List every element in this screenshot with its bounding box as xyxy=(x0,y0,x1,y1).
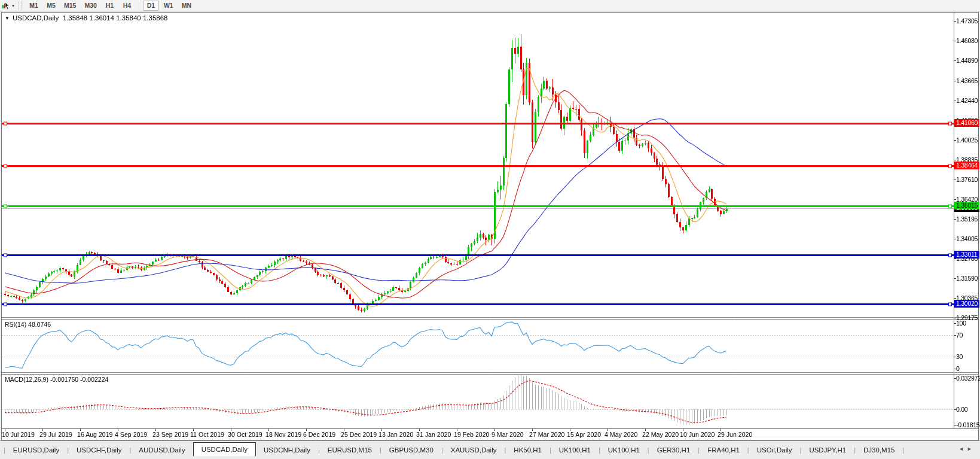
price-tick-label: 1.47305 xyxy=(956,17,980,25)
tab-hk50-h1[interactable]: HK50,H1 xyxy=(506,444,549,456)
chart-menu-arrow-icon[interactable]: ▼ xyxy=(5,16,10,21)
tab-uk100-h1[interactable]: UK100,H1 xyxy=(551,444,599,456)
chart-canvas[interactable] xyxy=(2,13,978,440)
hline-price-label: 1.33011 xyxy=(954,251,979,259)
hline-price-label: 1.38464 xyxy=(954,162,979,169)
rsi-level-label: 70 xyxy=(956,332,980,339)
date-label: 16 Aug 2019 xyxy=(77,431,113,439)
timeframe-d1-button[interactable]: D1 xyxy=(143,1,159,11)
chart-title-ohlc: 1.35848 1.36014 1.35840 1.35868 xyxy=(63,14,168,22)
date-label: 19 Feb 2020 xyxy=(454,431,490,439)
timeframe-h4-button[interactable]: H4 xyxy=(119,1,135,11)
tab-dj30-m15[interactable]: DJ30,M15 xyxy=(856,444,902,456)
price-tick-label: 1.43665 xyxy=(956,77,980,84)
chart-window: ▼USDCAD,Daily 1.35848 1.36014 1.35840 1.… xyxy=(1,12,979,440)
tool-dropdown-arrow[interactable]: ▾ xyxy=(12,3,14,8)
tab-scroll-right-icon: ► xyxy=(967,446,975,452)
chart-title-symbol: USDCAD,Daily xyxy=(13,14,59,22)
macd-indicator-label: MACD(12,26,9) -0.001750 -0.002224 xyxy=(5,376,108,383)
date-label: 4 Sep 2019 xyxy=(115,431,147,439)
date-label: 30 Oct 2019 xyxy=(228,431,262,439)
tab-uk100-h1[interactable]: UK100,H1 xyxy=(600,444,648,456)
price-tick-label: 1.35195 xyxy=(956,215,980,223)
timeframe-m15-button[interactable]: M15 xyxy=(60,1,80,11)
date-label: 9 Mar 2020 xyxy=(491,431,524,439)
tab-scroll-left-icon: ◄ xyxy=(958,446,967,452)
tab-xauusd-daily[interactable]: XAUUSD,Daily xyxy=(443,444,505,456)
timeframe-m5-button[interactable]: M5 xyxy=(43,1,59,11)
timeframe-m1-button[interactable]: M1 xyxy=(26,1,42,11)
tab-usdchf-daily[interactable]: USDCHF,Daily xyxy=(69,444,129,456)
price-tick-label: 1.42440 xyxy=(956,97,980,104)
tab-separator: | xyxy=(902,444,904,456)
hline-price-label: 1.41060 xyxy=(954,119,979,127)
timeframe-m30-button[interactable]: M30 xyxy=(81,1,100,11)
price-tick-label: 1.37610 xyxy=(956,176,980,183)
rsi-level-label: 30 xyxy=(956,353,980,360)
macd-axis-label: 0.00 xyxy=(956,406,980,413)
toolbar-drag-handle[interactable] xyxy=(19,2,22,10)
tab-eurusd-m15[interactable]: EURUSD,M15 xyxy=(320,444,380,456)
date-label: 13 Jan 2020 xyxy=(378,431,413,439)
tab-ger30-h1[interactable]: GER30,H1 xyxy=(649,444,698,456)
tab-scroll-arrows[interactable]: ◄► xyxy=(958,446,975,452)
timeframe-mn-button[interactable]: MN xyxy=(178,1,195,11)
mt4-terminal: ▾ M1M5M15M30H1H4D1W1MN ▼USDCAD,Daily 1.3… xyxy=(0,0,980,459)
tab-usdjpy-h1[interactable]: USDJPY,H1 xyxy=(801,444,854,456)
timeframe-h1-button[interactable]: H1 xyxy=(102,1,118,11)
date-label: 23 Sep 2019 xyxy=(152,431,188,439)
macd-axis-label: -0.018154 xyxy=(956,421,980,428)
date-label: 31 Jan 2020 xyxy=(416,431,451,439)
rsi-level-label: 0 xyxy=(956,365,980,372)
hline-price-label: 1.30020 xyxy=(954,300,979,308)
date-label: 27 Mar 2020 xyxy=(529,431,564,439)
date-label: 18 Nov 2019 xyxy=(265,431,301,439)
tab-usdcad-daily[interactable]: USDCAD,Daily xyxy=(193,442,256,456)
timeframe-toolbar: ▾ M1M5M15M30H1H4D1W1MN xyxy=(0,0,980,12)
price-tick-label: 1.46080 xyxy=(956,37,980,44)
date-label: 11 Oct 2019 xyxy=(190,431,224,439)
chart-tab-bar: |EURUSD,Daily|USDCHF,Daily|AUDUSD,DailyU… xyxy=(0,440,980,459)
price-tick-label: 1.44890 xyxy=(956,57,980,64)
tab-audusd-daily[interactable]: AUDUSD,Daily xyxy=(131,444,193,456)
date-label: 10 Jun 2020 xyxy=(680,431,715,439)
tab-eurusd-daily[interactable]: EURUSD,Daily xyxy=(5,444,67,456)
price-tick-label: 1.40025 xyxy=(956,136,980,144)
rsi-level-label: 100 xyxy=(956,320,980,327)
timeframe-w1-button[interactable]: W1 xyxy=(160,1,177,11)
tab-usdcnh-daily[interactable]: USDCNH,Daily xyxy=(256,444,318,456)
chart-cursor-icon[interactable] xyxy=(1,1,11,11)
date-label: 6 Dec 2019 xyxy=(303,431,335,439)
rsi-indicator-label: RSI(14) 48.0746 xyxy=(5,321,51,328)
date-label: 29 Jul 2019 xyxy=(39,431,72,439)
hline-price-label: 1.36015 xyxy=(954,202,979,209)
chart-title: ▼USDCAD,Daily 1.35848 1.36014 1.35840 1.… xyxy=(5,14,168,22)
toolbar-separator xyxy=(139,2,139,10)
tab-fra40-h1[interactable]: FRA40,H1 xyxy=(700,444,747,456)
date-label: 4 May 2020 xyxy=(605,431,637,439)
price-tick-label: 1.34005 xyxy=(956,235,980,242)
macd-axis-label: 0.032972 xyxy=(956,375,980,382)
date-label: 15 Apr 2020 xyxy=(567,431,601,439)
tab-usoil-daily[interactable]: USOil,Daily xyxy=(749,444,800,456)
price-tick-label: 1.31590 xyxy=(956,275,980,282)
date-label: 10 Jul 2019 xyxy=(2,431,35,439)
date-label: 25 Dec 2019 xyxy=(341,431,377,439)
date-label: 22 May 2020 xyxy=(642,431,679,439)
date-label: 29 Jun 2020 xyxy=(718,431,752,439)
tab-gbpusd-m30[interactable]: GBPUSD,M30 xyxy=(381,444,441,456)
